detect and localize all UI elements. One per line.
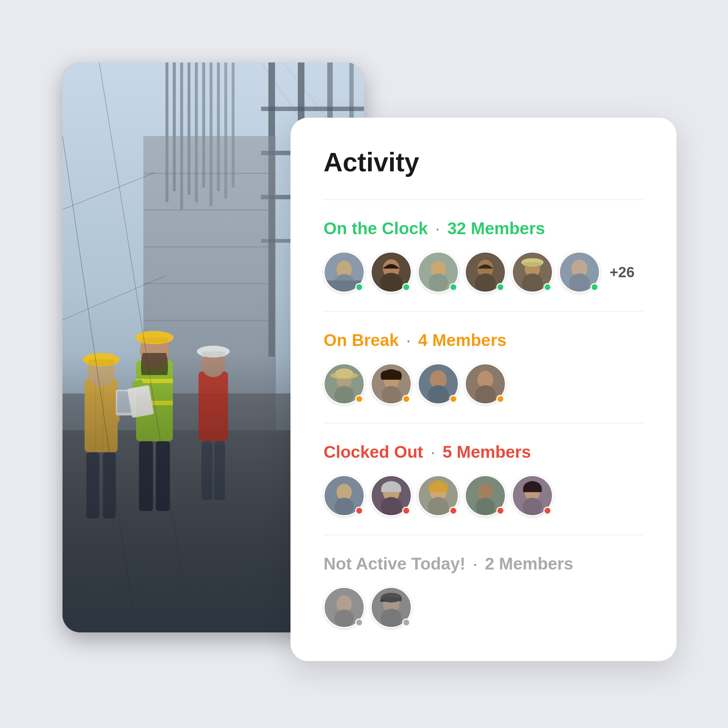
status-indicator <box>402 395 410 403</box>
status-indicator <box>543 507 552 515</box>
avatar-wrapper[interactable] <box>418 475 459 516</box>
svg-rect-53 <box>202 352 225 356</box>
on-break-avatars <box>324 363 644 404</box>
svg-point-70 <box>429 274 448 292</box>
on-clock-section: On the Clock · 32 Members <box>324 219 644 293</box>
on-clock-header: On the Clock · 32 Members <box>324 219 644 238</box>
on-break-section: On Break · 4 Members <box>324 330 644 404</box>
on-clock-count: 32 Members <box>447 219 545 238</box>
status-indicator <box>355 618 363 627</box>
on-clock-avatars: +26 <box>324 251 644 293</box>
status-indicator <box>543 283 552 291</box>
svg-rect-77 <box>523 263 541 266</box>
status-indicator <box>355 283 363 291</box>
svg-rect-45 <box>141 338 168 343</box>
scene: Activity On the Clock · 32 Members <box>52 52 676 676</box>
avatar-wrapper[interactable] <box>371 587 412 628</box>
status-indicator <box>449 507 457 515</box>
avatar-wrapper[interactable] <box>465 475 506 516</box>
avatar-wrapper[interactable] <box>465 363 506 404</box>
status-indicator <box>402 507 410 515</box>
status-indicator <box>496 395 505 403</box>
status-indicator <box>496 507 505 515</box>
divider-3 <box>324 423 644 424</box>
svg-rect-118 <box>380 600 385 602</box>
not-active-header: Not Active Today! · 2 Members <box>324 554 644 574</box>
svg-rect-5 <box>261 107 364 111</box>
clocked-out-section: Clocked Out · 5 Members <box>324 442 644 516</box>
overflow-badge: +26 <box>610 264 635 281</box>
avatar-wrapper[interactable] <box>324 475 365 516</box>
status-indicator <box>402 618 410 627</box>
on-break-count: 4 Members <box>418 330 506 350</box>
divider-4 <box>324 535 644 535</box>
svg-rect-26 <box>144 320 276 321</box>
status-indicator <box>590 283 599 291</box>
on-clock-label: On the Clock <box>324 219 428 238</box>
clocked-out-count: 5 Members <box>443 442 531 462</box>
svg-point-85 <box>335 369 353 378</box>
avatar-wrapper[interactable] <box>371 251 412 293</box>
divider-top <box>324 199 644 200</box>
on-break-sep: · <box>406 330 411 350</box>
svg-point-107 <box>476 498 495 515</box>
svg-point-86 <box>335 386 354 403</box>
avatar-wrapper[interactable] <box>559 251 600 293</box>
avatar-wrapper[interactable] <box>512 251 553 293</box>
svg-point-113 <box>335 610 354 627</box>
on-clock-sep: · <box>435 219 440 238</box>
on-break-header: On Break · 4 Members <box>324 330 644 350</box>
status-indicator <box>449 283 457 291</box>
not-active-count: 2 Members <box>485 554 573 574</box>
status-indicator <box>355 507 363 515</box>
divider-2 <box>324 311 644 312</box>
avatar-wrapper[interactable] <box>324 587 365 628</box>
avatar-wrapper[interactable] <box>418 363 459 404</box>
avatar-wrapper[interactable] <box>371 363 412 404</box>
page-title: Activity <box>324 147 644 177</box>
clocked-out-avatars <box>324 475 644 516</box>
status-indicator <box>355 395 363 403</box>
svg-rect-24 <box>144 246 276 248</box>
clocked-out-sep: · <box>431 442 435 462</box>
not-active-section: Not Active Today! · 2 Members <box>324 554 644 628</box>
avatar-wrapper[interactable] <box>418 251 459 293</box>
on-break-label: On Break <box>324 330 399 350</box>
avatar-wrapper[interactable] <box>324 251 365 293</box>
svg-point-110 <box>523 498 542 515</box>
status-indicator <box>402 283 410 291</box>
svg-rect-23 <box>144 210 276 211</box>
clocked-out-label: Clocked Out <box>324 442 423 462</box>
svg-rect-22 <box>144 173 276 174</box>
clocked-out-header: Clocked Out · 5 Members <box>324 442 644 462</box>
svg-point-89 <box>382 386 401 403</box>
svg-rect-25 <box>144 283 276 284</box>
status-indicator <box>449 395 457 403</box>
avatar-wrapper[interactable] <box>512 475 553 516</box>
not-active-label: Not Active Today! <box>324 554 465 574</box>
not-active-sep: · <box>473 554 478 574</box>
avatar-wrapper[interactable] <box>324 363 365 404</box>
avatar-wrapper[interactable] <box>371 475 412 516</box>
svg-point-98 <box>335 498 354 515</box>
not-active-avatars <box>324 587 644 628</box>
status-indicator <box>496 283 505 291</box>
activity-card: Activity On the Clock · 32 Members <box>291 118 676 661</box>
avatar-wrapper[interactable] <box>465 251 506 293</box>
